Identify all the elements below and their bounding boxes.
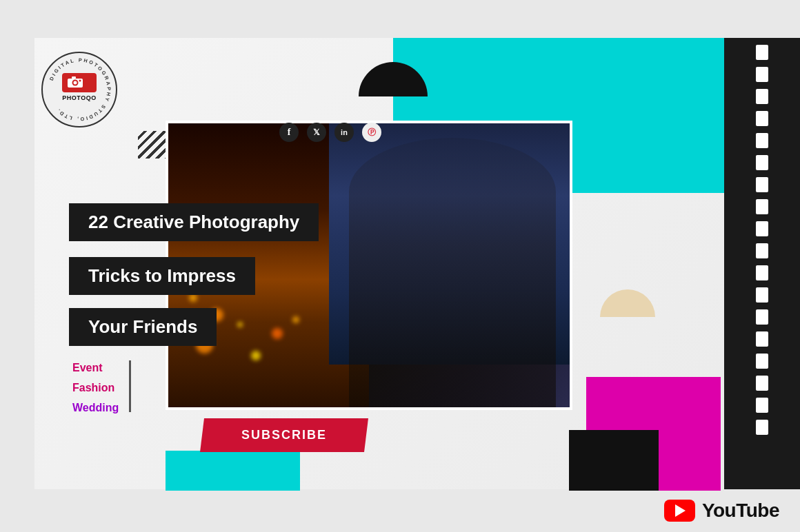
- bokeh-light: [272, 328, 283, 339]
- facebook-icon[interactable]: f: [279, 123, 299, 142]
- film-hole: [756, 45, 768, 60]
- film-hole: [756, 376, 768, 391]
- vertical-divider: [129, 360, 131, 412]
- youtube-icon: [664, 500, 695, 522]
- film-hole: [756, 111, 768, 126]
- film-hole: [756, 420, 768, 435]
- bokeh-light: [251, 351, 261, 360]
- youtube-label: YouTube: [702, 500, 779, 522]
- category-wedding: Wedding: [72, 398, 119, 418]
- cyan-bottom-rect: [166, 451, 300, 491]
- youtube-play-icon: [675, 504, 686, 517]
- film-hole: [756, 265, 768, 280]
- film-hole: [756, 89, 768, 104]
- black-bottom-rect: [569, 430, 659, 491]
- title-line-2: Tricks to Impress: [69, 257, 255, 295]
- film-hole: [756, 221, 768, 236]
- social-icons-group: f 𝕏 in Ⓟ: [279, 123, 381, 142]
- categories-list: Event Fashion Wedding: [72, 358, 119, 418]
- svg-point-5: [79, 79, 81, 81]
- logo-camera-container: PHOTOQO: [62, 73, 96, 101]
- svg-point-3: [74, 81, 77, 84]
- svg-rect-4: [72, 76, 76, 79]
- photographer-shadow: [349, 138, 556, 407]
- categories-section: Event Fashion Wedding: [72, 358, 131, 418]
- film-strip: [724, 38, 800, 489]
- film-hole: [756, 67, 768, 82]
- youtube-branding: YouTube: [664, 500, 779, 522]
- film-hole: [756, 331, 768, 347]
- category-event: Event: [72, 358, 119, 378]
- film-hole: [756, 199, 768, 214]
- film-hole: [756, 243, 768, 258]
- twitter-icon[interactable]: 𝕏: [307, 123, 326, 142]
- categories-with-line: Event Fashion Wedding: [72, 358, 131, 418]
- pinterest-icon[interactable]: Ⓟ: [362, 123, 381, 142]
- logo-name: PHOTOQO: [62, 94, 96, 101]
- camera-icon-bg: [62, 73, 96, 92]
- film-hole: [756, 398, 768, 413]
- film-hole: [756, 177, 768, 192]
- film-hole: [756, 309, 768, 325]
- film-hole: [756, 155, 768, 170]
- logo-circle: DIGITAL PHOTOGRAPHY STUDIO, LTD. PHOTOQO: [41, 52, 117, 127]
- film-hole: [756, 287, 768, 303]
- category-fashion: Fashion: [72, 378, 119, 398]
- title-line-1: 22 Creative Photography: [69, 203, 319, 241]
- film-hole: [756, 354, 768, 369]
- film-hole: [756, 133, 768, 148]
- title-line-3: Your Friends: [69, 308, 217, 346]
- camera-icon: [67, 75, 83, 88]
- subscribe-button[interactable]: SUBSCRIBE: [200, 418, 368, 452]
- linkedin-icon[interactable]: in: [334, 123, 354, 142]
